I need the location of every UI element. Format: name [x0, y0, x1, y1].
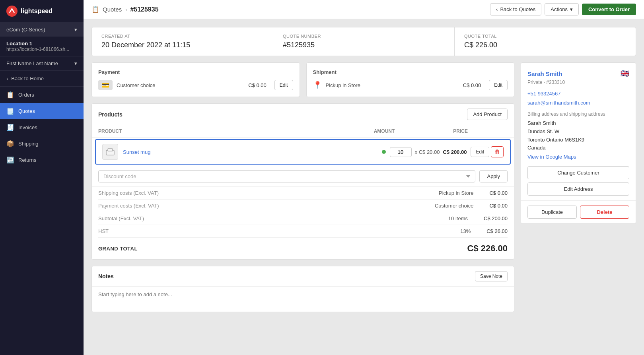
chevron-down-icon: ▾ [74, 27, 77, 33]
payment-method-icon: 💳 [98, 80, 113, 90]
address-label: Billing address and shipping address [527, 111, 629, 117]
payment-row: 💳 Customer choice C$ 0.00 Edit [98, 80, 293, 90]
back-to-home-button[interactable]: ‹ Back to Home [0, 71, 84, 87]
products-card: Products Add Product Product Amount Pric… [91, 103, 514, 260]
shipping-cost-row: Shipping costs (Excl. VAT) Pickup in Sto… [98, 187, 508, 200]
notes-card: Notes Save Note [91, 266, 514, 312]
payment-cost-row: Payment costs (Excl. VAT) Customer choic… [98, 200, 508, 212]
customer-panel: Sarah Smith 🇬🇧 Private · #233310 +51 933… [521, 63, 636, 166]
product-total-price: C$ 200.00 [443, 149, 467, 155]
actions-button[interactable]: Actions ▾ [545, 3, 579, 16]
summary-quote-total: QUOTE TOTAL C$ 226.00 [455, 27, 636, 56]
change-customer-button[interactable]: Change Customer [527, 166, 629, 179]
sidebar-item-shipping[interactable]: 📦 Shipping [0, 136, 84, 152]
customer-actions: Change Customer Edit Address [521, 166, 636, 200]
customer-flag: 🇬🇧 [621, 69, 629, 78]
customer-name[interactable]: Sarah Smith [527, 70, 562, 77]
svg-point-0 [6, 6, 18, 17]
orders-icon: 📋 [6, 91, 14, 99]
chevron-down-icon: ▾ [570, 6, 573, 12]
invoices-icon: 🧾 [6, 124, 14, 131]
apply-discount-button[interactable]: Apply [479, 170, 508, 182]
breadcrumb: 📋 Quotes › #5125935 [91, 6, 485, 13]
convert-to-order-button[interactable]: Convert to Order [582, 4, 636, 15]
returns-icon: ↩️ [6, 156, 14, 164]
customer-phone[interactable]: +51 93324567 [527, 91, 629, 97]
quotes-icon: 🗒️ [6, 107, 14, 115]
sidebar-logo: lightspeed [0, 0, 84, 23]
chevron-down-icon: ▾ [74, 60, 77, 66]
grand-total-row: GRAND TOTAL C$ 226.00 [92, 238, 514, 259]
table-header: Product Amount Price [92, 125, 514, 138]
quotes-breadcrumb-icon: 📋 [91, 6, 99, 13]
add-product-button[interactable]: Add Product [467, 109, 508, 120]
products-header: Products Add Product [92, 104, 514, 125]
summary-bar: CREATED AT 20 December 2022 at 11:15 QUO… [91, 27, 636, 56]
sidebar-item-quotes[interactable]: 🗒️ Quotes [0, 103, 84, 119]
product-edit-button[interactable]: Edit [471, 147, 489, 157]
notes-header: Notes Save Note [92, 266, 514, 287]
shipment-icon: 📍 [313, 81, 322, 89]
lightspeed-logo-icon [6, 6, 18, 17]
product-status-indicator [382, 150, 386, 154]
product-name[interactable]: Sunset mug [123, 149, 382, 155]
shipping-icon: 📦 [6, 140, 14, 147]
notes-textarea[interactable] [92, 287, 514, 310]
main-area: 📋 Quotes › #5125935 ‹ Back to Quotes Act… [84, 0, 644, 355]
shipment-row: 📍 Pickup in Store C$ 0.00 Edit [313, 80, 508, 90]
right-column: Sarah Smith 🇬🇧 Private · #233310 +51 933… [521, 62, 636, 312]
topbar-actions: ‹ Back to Quotes Actions ▾ Convert to Or… [490, 3, 636, 16]
left-column: Payment 💳 Customer choice C$ 0.00 Edit S… [91, 62, 514, 312]
main-layout: Payment 💳 Customer choice C$ 0.00 Edit S… [91, 62, 636, 312]
customer-bottom-actions: Duplicate Delete [521, 200, 636, 223]
back-to-quotes-button[interactable]: ‹ Back to Quotes [490, 3, 541, 16]
customer-card: Sarah Smith 🇬🇧 Private · #233310 +51 933… [521, 62, 636, 224]
save-note-button[interactable]: Save Note [475, 271, 508, 281]
shipment-edit-button[interactable]: Edit [489, 80, 508, 90]
sidebar: lightspeed eCom (C-Series) ▾ Location 1 … [0, 0, 84, 355]
customer-header: Sarah Smith 🇬🇧 [527, 69, 629, 78]
sidebar-item-returns[interactable]: ↩️ Returns [0, 152, 84, 168]
user-menu[interactable]: First Name Last Name ▾ [0, 56, 84, 71]
breadcrumb-separator: › [125, 6, 127, 13]
address-text: Sarah Smith Dundas St. W Toronto Ontario… [527, 119, 629, 152]
svg-rect-2 [108, 149, 113, 151]
customer-email[interactable]: sarah@smithandsmith.com [527, 100, 629, 106]
product-delete-button[interactable]: 🗑 [491, 146, 504, 157]
edit-address-button[interactable]: Edit Address [527, 182, 629, 196]
discount-code-select[interactable]: Discount code [98, 170, 475, 182]
sidebar-item-invoices[interactable]: 🧾 Invoices [0, 119, 84, 136]
summary-quote-number: QUOTE NUMBER #5125935 [273, 27, 455, 56]
logo-text: lightspeed [21, 8, 53, 15]
payment-edit-button[interactable]: Edit [274, 80, 293, 90]
hst-row: HST 13% C$ 26.00 [98, 225, 508, 238]
product-row: Sunset mug x C$ 20.00 C$ 200.00 Edit 🗑 [95, 139, 511, 165]
subtotal-row: Subtotal (Excl. VAT) 10 items C$ 200.00 [98, 212, 508, 225]
location-info: Location 1 https://location-1-681066.sh.… [0, 37, 84, 56]
sidebar-nav: 📋 Orders 🗒️ Quotes 🧾 Invoices 📦 Shipping… [0, 87, 84, 355]
store-selector[interactable]: eCom (C-Series) ▾ [0, 23, 84, 37]
totals-section: Shipping costs (Excl. VAT) Pickup in Sto… [92, 187, 514, 238]
payment-card: Payment 💳 Customer choice C$ 0.00 Edit [91, 62, 300, 97]
payment-shipment-row: Payment 💳 Customer choice C$ 0.00 Edit S… [91, 62, 514, 97]
product-thumbnail [102, 144, 118, 160]
customer-sub: Private · #233310 [527, 80, 629, 85]
quantity-input[interactable] [390, 147, 412, 157]
shipment-card: Shipment 📍 Pickup in Store C$ 0.00 Edit [306, 62, 515, 97]
chevron-left-icon: ‹ [6, 76, 8, 81]
topbar: 📋 Quotes › #5125935 ‹ Back to Quotes Act… [84, 0, 644, 19]
delete-quote-button[interactable]: Delete [580, 206, 629, 219]
summary-created-at: CREATED AT 20 December 2022 at 11:15 [92, 27, 273, 56]
content-area: CREATED AT 20 December 2022 at 11:15 QUO… [84, 19, 644, 355]
sidebar-item-orders[interactable]: 📋 Orders [0, 87, 84, 103]
chevron-left-icon: ‹ [496, 6, 498, 12]
unit-price: x C$ 20.00 [415, 149, 440, 155]
discount-row: Discount code Apply [92, 166, 514, 187]
duplicate-button[interactable]: Duplicate [527, 206, 577, 219]
view-in-google-maps-link[interactable]: View in Google Maps [527, 154, 629, 160]
